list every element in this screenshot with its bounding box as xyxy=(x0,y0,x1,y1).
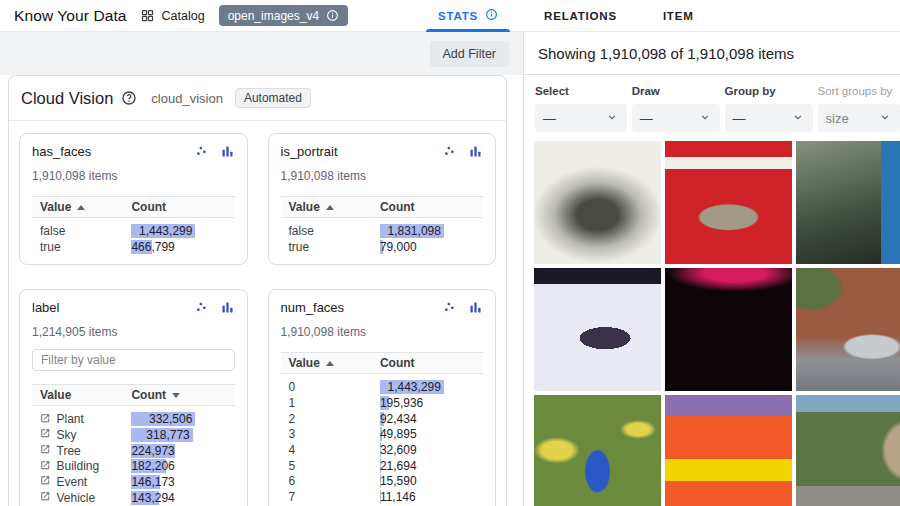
value-label: false xyxy=(40,224,65,238)
table-row: Vehicle143,294 xyxy=(32,490,235,506)
browser-controls: Select—Draw—Group by—Sort groups bysize xyxy=(524,75,900,141)
control-label: Sort groups by xyxy=(818,85,900,97)
scatter-plot-icon[interactable] xyxy=(194,300,209,319)
scatter-plot-icon[interactable] xyxy=(442,144,457,163)
dropdown-draw[interactable]: — xyxy=(632,104,720,132)
value-label: Vehicle xyxy=(57,491,96,505)
value-cell: true xyxy=(289,240,380,254)
cloud-vision-panel: Cloud Vision cloud_vision Automated has_… xyxy=(8,75,507,506)
open-in-new-icon xyxy=(40,459,51,473)
table-row: 615,590 xyxy=(281,474,484,490)
image-grid xyxy=(524,141,900,506)
value-cell[interactable]: Sky xyxy=(40,428,131,442)
count-bar: 11,146 xyxy=(380,490,444,504)
chevron-down-icon xyxy=(878,110,892,127)
image-tile[interactable] xyxy=(796,141,900,264)
image-tile[interactable] xyxy=(665,395,792,506)
sort-asc-icon xyxy=(326,361,334,366)
table-row: 1195,936 xyxy=(281,395,484,411)
value-filter-input[interactable] xyxy=(32,349,235,371)
card-header: num_faces xyxy=(281,300,484,319)
tab-relations[interactable]: RELATIONS xyxy=(532,0,629,32)
tab-item[interactable]: ITEM xyxy=(651,0,706,32)
control-sort-groups-by: Sort groups bysize xyxy=(818,85,900,132)
column-header-value[interactable]: Value xyxy=(289,356,380,370)
value-label: true xyxy=(40,240,61,254)
dropdown-value: — xyxy=(543,111,556,126)
scatter-plot-icon[interactable] xyxy=(442,300,457,319)
value-cell[interactable]: Plant xyxy=(40,412,131,426)
count-value: 79,000 xyxy=(380,240,420,254)
bar-chart-icon[interactable] xyxy=(220,300,235,319)
dropdown-group-by[interactable]: — xyxy=(725,104,813,132)
tab-label: ITEM xyxy=(663,10,694,22)
info-icon[interactable] xyxy=(485,8,498,23)
image-tile[interactable] xyxy=(534,141,661,264)
scatter-plot-icon[interactable] xyxy=(194,144,209,163)
tab-label: STATS xyxy=(438,10,478,22)
image-tile[interactable] xyxy=(665,268,792,391)
count-value: 224,973 xyxy=(131,444,177,458)
add-filter-button[interactable]: Add Filter xyxy=(430,41,510,67)
count-value: 1,443,299 xyxy=(380,380,444,394)
image-tile[interactable] xyxy=(665,141,792,264)
automated-badge: Automated xyxy=(235,88,311,108)
image-tile[interactable] xyxy=(534,268,661,391)
tab-stats[interactable]: STATS xyxy=(426,0,510,32)
image-tile[interactable] xyxy=(796,395,900,506)
main-content: Add Filter Cloud Vision cloud_vision Aut… xyxy=(0,32,900,506)
card-header: has_faces xyxy=(32,144,235,163)
column-header-count[interactable]: Count xyxy=(131,388,180,402)
column-header-value[interactable]: Value xyxy=(289,200,380,214)
control-group-by: Group by— xyxy=(725,85,813,132)
card-header: is_portrait xyxy=(281,144,484,163)
help-icon[interactable] xyxy=(121,90,137,106)
card-title: num_faces xyxy=(281,300,443,315)
column-header-count[interactable]: Count xyxy=(380,200,415,214)
count-bar: 49,895 xyxy=(380,427,444,441)
section-id: cloud_vision xyxy=(151,91,223,106)
image-tile[interactable] xyxy=(534,395,661,506)
value-cell[interactable]: Vehicle xyxy=(40,491,131,505)
column-header-count[interactable]: Count xyxy=(131,200,166,214)
column-header-value[interactable]: Value xyxy=(40,388,131,402)
value-cell[interactable]: Event xyxy=(40,475,131,489)
stat-card-has_faces: has_faces1,910,098 itemsValueCountfalse1… xyxy=(19,133,248,265)
count-bar: 21,694 xyxy=(380,459,444,473)
dropdown-value: size xyxy=(826,111,849,126)
dataset-chip[interactable]: open_images_v4 xyxy=(219,5,348,26)
value-label: Event xyxy=(57,475,88,489)
section-title: Cloud Vision xyxy=(21,89,113,108)
top-app-bar: Know Your Data Catalog open_images_v4 ST… xyxy=(0,0,900,32)
dropdown-value: — xyxy=(733,111,746,126)
column-header-count[interactable]: Count xyxy=(380,356,415,370)
value-label: 1 xyxy=(289,396,296,410)
count-value: 32,609 xyxy=(380,443,420,457)
catalog-button[interactable]: Catalog xyxy=(140,8,205,23)
count-bar: 15,590 xyxy=(380,474,444,488)
table-row: true79,000 xyxy=(281,239,484,255)
chevron-down-icon xyxy=(605,110,619,127)
card-item-count: 1,214,905 items xyxy=(32,325,235,339)
table-body: Plant332,506Sky318,773Tree224,973Buildin… xyxy=(32,406,235,506)
table-body: false1,831,098true79,000 xyxy=(281,218,484,254)
value-count-table: ValueCountfalse1,831,098true79,000 xyxy=(281,196,484,254)
bar-chart-icon[interactable] xyxy=(468,144,483,163)
info-icon[interactable] xyxy=(326,9,339,22)
value-label: Building xyxy=(57,459,100,473)
bar-chart-icon[interactable] xyxy=(220,144,235,163)
table-row: Event146,173 xyxy=(32,474,235,490)
table-row: 521,694 xyxy=(281,458,484,474)
bar-chart-icon[interactable] xyxy=(468,300,483,319)
dropdown-select[interactable]: — xyxy=(535,104,627,132)
count-value: 195,936 xyxy=(380,396,426,410)
value-cell[interactable]: Building xyxy=(40,459,131,473)
column-header-value[interactable]: Value xyxy=(40,200,131,214)
card-header: label xyxy=(32,300,235,319)
table-row: true466,799 xyxy=(32,239,235,255)
catalog-label: Catalog xyxy=(162,9,205,23)
table-row: 432,609 xyxy=(281,442,484,458)
value-cell[interactable]: Tree xyxy=(40,444,131,458)
count-bar: 1,443,299 xyxy=(131,224,195,238)
image-tile[interactable] xyxy=(796,268,900,391)
